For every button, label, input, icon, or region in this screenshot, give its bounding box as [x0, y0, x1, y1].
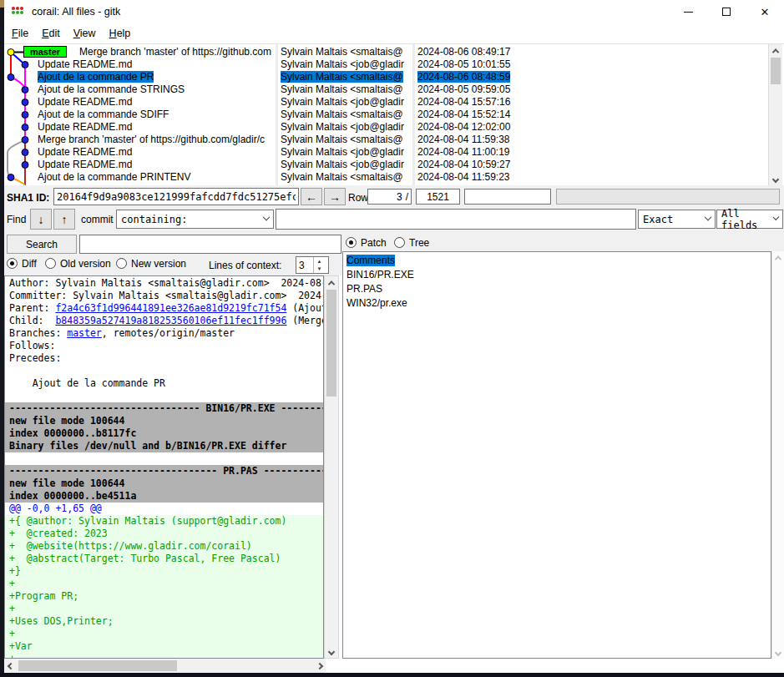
scroll-thumb[interactable] [326, 290, 336, 397]
commit-author[interactable]: Sylvain Maltais <job@gladir [278, 58, 412, 71]
commit-subject[interactable]: Update README.md [4, 96, 276, 109]
patch-radio[interactable]: Patch [346, 237, 387, 249]
commit-date[interactable]: 2024-08-04 11:00:19 [415, 146, 767, 159]
forward-button[interactable]: → [324, 188, 346, 205]
radio-icon [346, 237, 357, 248]
commit-subject[interactable]: Ajout de la commande SDIFF [4, 109, 276, 121]
commit-subject[interactable]: Ajout de la commande STRINGS [4, 83, 276, 96]
commit-subject[interactable]: Ajout de la commande PRINTENV [4, 171, 276, 184]
arrow-down-icon: ↓ [38, 213, 44, 226]
minimize-button[interactable] [669, 0, 707, 23]
commit-label: commit [81, 214, 114, 225]
back-button[interactable]: ← [301, 188, 322, 205]
commit-subject[interactable]: Update README.md [4, 159, 276, 171]
menu-edit[interactable]: Edit [42, 28, 60, 39]
scroll-down-arrow[interactable] [325, 645, 338, 658]
commit-date[interactable]: 2024-08-06 08:48:59 [415, 71, 767, 83]
diff-radio[interactable]: Diff [7, 258, 37, 270]
commit-author[interactable]: Sylvain Maltais <smaltais@ [278, 71, 412, 83]
file-list[interactable]: CommentsBIN16/PR.EXEPR.PASWIN32/pr.exe [342, 251, 771, 659]
old-version-radio[interactable]: Old version [45, 258, 111, 270]
diff-line-add: + [5, 628, 323, 640]
diff-details-pane[interactable]: Author: Sylvain Maltais <smaltais@gladir… [4, 275, 324, 659]
scroll-up-arrow[interactable] [772, 251, 784, 264]
maximize-button[interactable] [707, 0, 746, 23]
close-button[interactable]: ✕ [746, 0, 784, 23]
scroll-thumb[interactable] [771, 58, 781, 84]
scroll-right-arrow[interactable] [313, 659, 326, 673]
commit-subject[interactable]: Update README.md [4, 121, 276, 134]
diff-line-add: + [5, 578, 323, 590]
scroll-down-arrow[interactable] [772, 646, 784, 659]
date-column[interactable]: 2024-08-06 08:49:172024-08-05 10:01:5520… [415, 44, 767, 185]
diff-horizontal-scrollbar[interactable] [4, 659, 326, 673]
commit-link[interactable]: master [67, 327, 102, 339]
diff-line-hunk: @@ -0,0 +1,65 @@ [9, 503, 323, 515]
scroll-up-arrow[interactable] [769, 44, 782, 57]
spin-up-icon[interactable]: ▲ [314, 257, 325, 265]
commit-link[interactable]: f2a4c63f1d996441891ee326ae81d9219fc71f54 [55, 302, 286, 314]
commit-author[interactable]: Sylvain Maltais <smaltais@ [278, 171, 412, 184]
branch-tag-master[interactable]: master [23, 46, 67, 58]
commit-date[interactable]: 2024-08-04 15:52:14 [415, 109, 767, 121]
commit-date[interactable]: 2024-08-04 10:59:27 [415, 159, 767, 171]
commit-author[interactable]: Sylvain Maltais <smaltais@ [278, 109, 412, 121]
back-arrow-icon: ← [306, 190, 317, 204]
commit-subject[interactable]: Ajout de la commande PR [4, 71, 276, 83]
scroll-left-arrow[interactable] [4, 659, 17, 673]
find-next-button[interactable]: ↓ [30, 209, 52, 230]
commit-author[interactable]: Sylvain Maltais <job@gladir [278, 159, 412, 171]
subject-column[interactable]: Merge branch 'master' of https://github.… [4, 44, 276, 185]
commit-date[interactable]: 2024-08-06 08:49:17 [415, 46, 767, 58]
commit-link[interactable]: b848359a527419a818253560106ef11fec1ff996 [55, 315, 286, 326]
commit-list-scrollbar[interactable] [768, 44, 782, 185]
tree-radio[interactable]: Tree [394, 237, 429, 249]
find-prev-button[interactable]: ↑ [53, 209, 75, 230]
match-mode-combobox[interactable]: containing: [116, 210, 274, 229]
find-input[interactable] [276, 209, 636, 230]
commit-subject[interactable]: Update README.md [4, 146, 276, 159]
diff-scrollbar[interactable] [324, 275, 339, 659]
file-list-scrollbar[interactable] [771, 251, 784, 659]
spin-down-icon[interactable]: ▼ [314, 265, 325, 274]
sha1-input[interactable] [53, 188, 299, 205]
lines-of-context-spinbox[interactable]: ▲▼ [296, 256, 329, 274]
file-list-item[interactable]: Comments [343, 254, 771, 268]
file-list-item[interactable]: BIN16/PR.EXE [343, 268, 771, 282]
commit-date[interactable]: 2024-08-04 15:57:16 [415, 96, 767, 109]
diff-line-add: +Var [5, 640, 323, 653]
commit-date[interactable]: 2024-08-05 09:59:05 [415, 83, 767, 96]
commit-author[interactable]: Sylvain Maltais <job@gladir [278, 146, 412, 159]
commit-date[interactable]: 2024-08-04 11:59:38 [415, 134, 767, 146]
exact-mode-combobox[interactable]: Exact [638, 210, 716, 229]
file-list-item[interactable]: WIN32/pr.exe [343, 296, 771, 311]
menu-view[interactable]: View [73, 28, 96, 39]
row-number-field[interactable]: 3/ [367, 189, 412, 205]
commit-author[interactable]: Sylvain Maltais <smaltais@ [278, 83, 412, 96]
scroll-up-arrow[interactable] [325, 276, 338, 289]
fields-combobox[interactable]: All fields [716, 210, 783, 229]
row-total-field[interactable]: 1521 [416, 189, 460, 205]
new-version-radio[interactable]: New version [116, 258, 186, 270]
details-line: Committer: Sylvain Maltais <smaltais@gla… [9, 290, 323, 302]
menu-file[interactable]: File [12, 28, 28, 39]
scroll-down-arrow[interactable] [769, 173, 782, 185]
commit-author[interactable]: Sylvain Maltais <smaltais@ [278, 46, 412, 58]
commit-date[interactable]: 2024-08-04 12:02:00 [415, 121, 767, 134]
scroll-thumb[interactable] [18, 660, 177, 671]
extra-field[interactable] [464, 189, 551, 205]
commit-subject[interactable]: Merge branch 'master' of https://github.… [4, 134, 276, 146]
commit-subject[interactable]: Update README.md [4, 58, 276, 71]
menu-help[interactable]: Help [109, 28, 131, 39]
commit-author[interactable]: Sylvain Maltais <smaltais@ [278, 134, 412, 146]
commit-date[interactable]: 2024-08-04 11:59:23 [415, 171, 767, 184]
row-label: Row [348, 192, 368, 204]
author-column[interactable]: Sylvain Maltais <smaltais@Sylvain Maltai… [278, 44, 412, 185]
commit-author[interactable]: Sylvain Maltais <job@gladir [278, 121, 412, 134]
search-input[interactable] [79, 235, 341, 254]
file-list-item[interactable]: PR.PAS [343, 282, 771, 296]
context-value-input[interactable] [296, 257, 313, 273]
commit-author[interactable]: Sylvain Maltais <job@gladir [278, 96, 412, 109]
commit-date[interactable]: 2024-08-05 10:01:55 [415, 58, 767, 71]
search-button[interactable]: Search [7, 235, 77, 254]
